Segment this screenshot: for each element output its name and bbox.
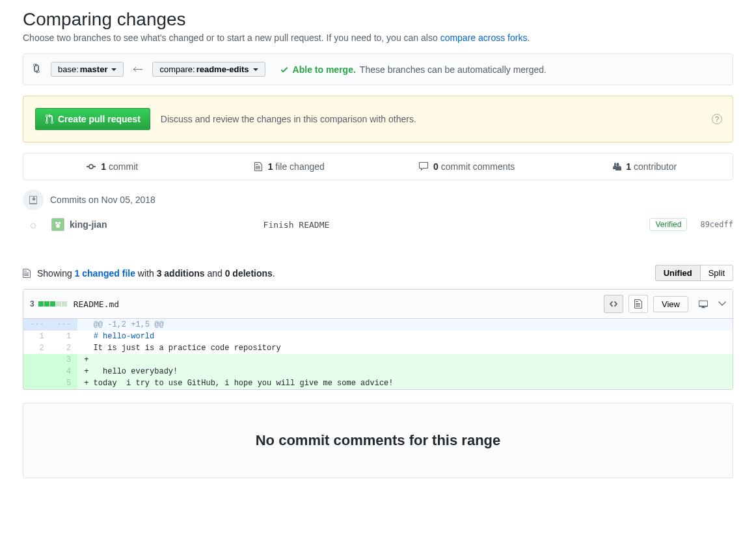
line-number-new: 1 [51,331,78,342]
commit-sha[interactable]: 89cedff [700,220,733,229]
create-pr-button[interactable]: Create pull request [35,108,150,130]
filename[interactable]: README.md [74,299,119,309]
no-comments: No commit comments for this range [23,403,733,478]
files-summary: Showing 1 changed file with 3 additions … [23,268,275,279]
commit-dot-icon [31,223,36,228]
stat-commits[interactable]: 1 commit [23,154,201,180]
line-number-old [23,354,51,366]
help-icon[interactable]: ? [712,114,722,124]
line-number-old: 2 [23,342,51,354]
stat-files[interactable]: 1 file changed [201,154,379,180]
avatar[interactable] [51,218,64,231]
compare-branch-select[interactable]: compare: readme-edits [152,62,265,77]
create-pr-box: Create pull request Discuss and review t… [23,96,733,143]
diff-view-toggle: Unified Split [655,265,733,281]
unified-button[interactable]: Unified [655,265,701,281]
compare-icon [33,63,43,75]
diff-table: ··· ··· @@ -1,2 +1,5 @@ 11 # hello-world… [23,319,733,389]
hunk-header: @@ -1,2 +1,5 @@ [77,319,733,331]
line-number-new: 2 [51,342,78,354]
page-subtitle: Choose two branches to see what's change… [23,33,733,43]
range-editor: base: master 🡐 compare: readme-edits Abl… [23,53,733,85]
device-icon[interactable] [694,295,713,313]
source-view-icon[interactable] [604,295,623,313]
merge-status: Able to merge. These branches can be aut… [280,64,547,75]
verified-badge[interactable]: Verified [649,218,687,231]
rendered-view-icon[interactable] [628,295,648,313]
repo-push-icon [23,189,44,210]
hunk-expand[interactable]: ··· [51,319,78,331]
code-line: + today i try to use GitHub, i hope you … [77,377,733,389]
hunk-expand[interactable]: ··· [23,319,51,331]
view-file-button[interactable]: View [653,296,688,312]
arrow-left-icon: 🡐 [131,64,144,75]
chevron-down-icon[interactable] [718,299,726,309]
timeline-date: Commits on Nov 05, 2018 [23,189,733,210]
stats-bar: 1 commit 1 file changed 0 commit comment… [23,153,733,180]
code-line: + hello everybady! [77,366,733,377]
code-line: It is just is a practice code repository [77,342,733,354]
line-number-new: 3 [51,354,78,366]
line-number-old [23,377,51,389]
commit-message[interactable]: Finish README [263,220,650,230]
base-branch-select[interactable]: base: master [51,62,124,77]
compare-forks-link[interactable]: compare across forks [440,33,528,43]
stat-comments[interactable]: 0 commit comments [378,154,556,180]
diffstat: 3 [30,299,67,308]
line-number-new: 4 [51,366,78,377]
code-line: + [77,354,733,366]
changed-files-link[interactable]: 1 changed file [75,268,135,279]
commit-author[interactable]: king-jian [70,219,107,230]
commit-row: king-jian Finish README Verified 89cedff [23,214,733,235]
code-line: # hello-world [77,331,733,342]
line-number-old [23,366,51,377]
pr-desc: Discuss and review the changes in this c… [161,114,416,124]
line-number-new: 5 [51,377,78,389]
line-number-old: 1 [23,331,51,342]
stat-contributors[interactable]: 1 contributor [556,154,733,180]
page-title: Comparing changes [23,9,733,30]
split-button[interactable]: Split [701,265,733,281]
file-diff: 3 README.md View ··· ··· @@ - [23,289,733,390]
